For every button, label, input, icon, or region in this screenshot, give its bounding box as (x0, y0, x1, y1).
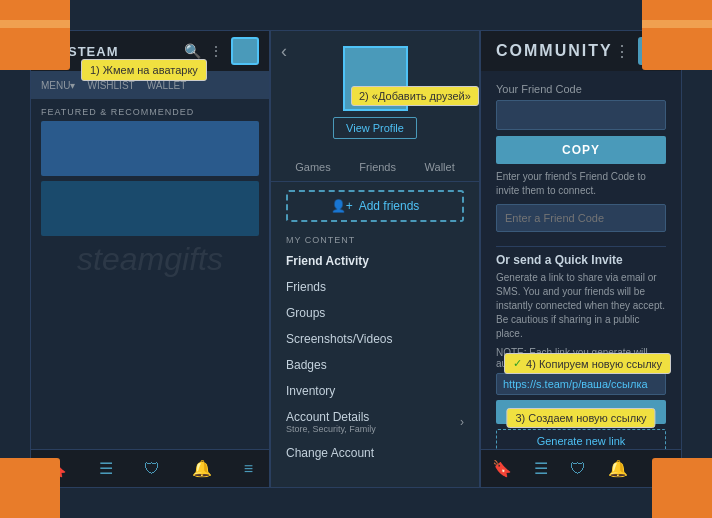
community-bottom-nav: 🔖 ☰ 🛡 🔔 👤 (481, 449, 681, 487)
tab-wallet[interactable]: Wallet (420, 158, 460, 176)
profile-popup-panel: ‹ 2) «Добавить друзей» View Profile Game… (270, 30, 480, 488)
account-details-sub: Store, Security, Family (286, 424, 376, 434)
avatar[interactable] (231, 37, 259, 65)
more-icon[interactable]: ⋮ (209, 43, 223, 59)
link-url: https://s.team/p/ваша/ссылка (496, 373, 666, 395)
tooltip-copy-link: ✓ 4) Копируем новую ссылку (504, 353, 671, 374)
gift-box-bottom-right (652, 458, 712, 518)
nav-menu-icon[interactable]: ≡ (244, 460, 253, 478)
gift-box-top-right (642, 0, 712, 70)
tab-friends[interactable]: Friends (354, 158, 401, 176)
steam-title: STEAM (68, 44, 119, 59)
quick-invite-desc: Generate a link to share via email or SM… (496, 271, 666, 341)
my-content-label: MY CONTENT (271, 230, 479, 248)
back-button[interactable]: ‹ (281, 41, 287, 62)
gift-box-bottom-left (0, 458, 60, 518)
account-details-row[interactable]: Account Details Store, Security, Family … (271, 404, 479, 440)
enter-friend-code-input[interactable] (496, 204, 666, 232)
account-details-label: Account Details (286, 410, 376, 424)
content-friend-activity[interactable]: Friend Activity (271, 248, 479, 274)
featured-label: FEATURED & RECOMMENDED (31, 99, 269, 121)
community-nav-list-icon[interactable]: ☰ (534, 459, 548, 478)
nav-bell-icon[interactable]: 🔔 (192, 459, 212, 478)
community-title: COMMUNITY (496, 42, 613, 60)
check-icon: ✓ (513, 357, 522, 370)
view-profile-button[interactable]: View Profile (333, 117, 417, 139)
featured-image-2 (41, 181, 259, 236)
steam-main-panel: STEAM 🔍 ⋮ 1) Жмем на аватарку MENU▾ WISH… (30, 30, 270, 488)
search-icon[interactable]: 🔍 (184, 43, 201, 59)
nav-list-icon[interactable]: ☰ (99, 459, 113, 478)
tooltip-click-avatar: 1) Жмем на аватарку (81, 59, 207, 81)
community-nav-bell-icon[interactable]: 🔔 (608, 459, 628, 478)
chevron-right-icon: › (460, 415, 464, 429)
gift-box-top-left (0, 0, 70, 70)
community-nav-bookmark-icon[interactable]: 🔖 (492, 459, 512, 478)
content-badges[interactable]: Badges (271, 352, 479, 378)
community-panel: COMMUNITY ⋮ Your Friend Code COPY Enter … (480, 30, 682, 488)
nav-shield-icon[interactable]: 🛡 (144, 460, 160, 478)
nav-menu[interactable]: MENU▾ (41, 80, 75, 91)
profile-tabs: Games Friends Wallet (271, 153, 479, 182)
change-account[interactable]: Change Account (271, 440, 479, 466)
add-friends-button[interactable]: 👤+ Add friends (286, 190, 464, 222)
content-screenshots-videos[interactable]: Screenshots/Videos (271, 326, 479, 352)
featured-images (31, 121, 269, 236)
content-inventory[interactable]: Inventory (271, 378, 479, 404)
tooltip-add-friends: 2) «Добавить друзей» (351, 86, 479, 106)
quick-invite-label: Or send a Quick Invite (496, 253, 666, 267)
invite-description: Enter your friend's Friend Code to invit… (496, 170, 666, 198)
tab-games[interactable]: Games (290, 158, 335, 176)
left-bottom-nav: 🔖 ☰ 🛡 🔔 ≡ (31, 449, 269, 487)
community-more-icon[interactable]: ⋮ (614, 42, 630, 61)
content-friends[interactable]: Friends (271, 274, 479, 300)
divider (496, 246, 666, 247)
content-groups[interactable]: Groups (271, 300, 479, 326)
copy-friend-code-button[interactable]: COPY (496, 136, 666, 164)
community-nav-shield-icon[interactable]: 🛡 (570, 460, 586, 478)
tooltip-generate-link: 3) Создаем новую ссылку (506, 408, 655, 428)
nav-wishlist[interactable]: WISHLIST (87, 80, 134, 91)
watermark: steamgifts (77, 241, 223, 278)
friend-code-input[interactable] (496, 100, 666, 130)
community-content: Your Friend Code COPY Enter your friend'… (481, 71, 681, 470)
friend-code-label: Your Friend Code (496, 83, 666, 95)
nav-wallet[interactable]: WALLET (147, 80, 187, 91)
featured-image-1 (41, 121, 259, 176)
add-friends-icon: 👤+ (331, 199, 353, 213)
